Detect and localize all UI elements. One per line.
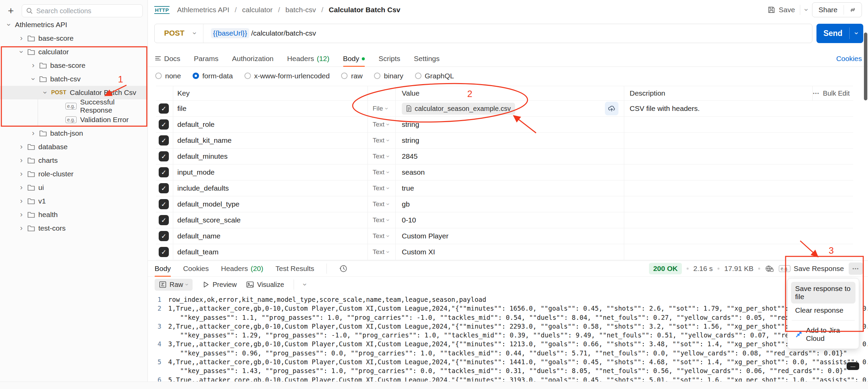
type-dropdown[interactable]: Text›: [368, 228, 395, 244]
minimize-widget[interactable]: —: [847, 362, 859, 370]
radio-x-www-form-urlencoded[interactable]: x-www-form-urlencoded: [244, 72, 330, 80]
row-checkbox[interactable]: ✓: [159, 215, 169, 225]
type-dropdown[interactable]: Text›: [368, 196, 395, 212]
sidebar-item-v1[interactable]: › v1: [0, 194, 147, 208]
breadcrumb-folder[interactable]: calculator: [242, 6, 273, 14]
radio-binary[interactable]: binary: [374, 72, 403, 80]
visualize-options-chevron-icon[interactable]: ›: [301, 283, 309, 286]
sidebar-item-calculator[interactable]: › calculator: [0, 45, 147, 59]
response-more-actions-button[interactable]: •••: [849, 262, 863, 275]
response-tab-headers[interactable]: Headers (20): [221, 261, 263, 276]
raw-view-button[interactable]: Raw ›: [155, 279, 193, 291]
upload-file-button[interactable]: [605, 102, 618, 115]
chevron-down-icon[interactable]: ›: [41, 90, 49, 95]
breadcrumb-subfolder[interactable]: batch-csv: [285, 6, 316, 14]
type-dropdown[interactable]: File›: [368, 101, 395, 116]
sidebar-item-base-score[interactable]: › base-score: [0, 32, 147, 45]
save-options-chevron-icon[interactable]: ›: [802, 8, 810, 11]
chevron-right-icon[interactable]: ›: [19, 170, 24, 178]
param-key[interactable]: default_kit_name: [173, 133, 368, 148]
network-info-icon[interactable]: [765, 264, 774, 273]
cookies-link[interactable]: Cookies: [836, 55, 862, 63]
tab-params[interactable]: Params: [194, 51, 218, 66]
row-checkbox[interactable]: ✓: [159, 199, 169, 209]
param-value[interactable]: true: [395, 180, 624, 196]
add-collection-button[interactable]: +: [5, 5, 17, 17]
row-checkbox[interactable]: ✓: [159, 151, 169, 161]
row-checkbox[interactable]: ✓: [159, 247, 169, 257]
param-value[interactable]: string: [395, 117, 624, 132]
chevron-right-icon[interactable]: ›: [19, 143, 24, 151]
row-checkbox[interactable]: ✓: [159, 135, 169, 145]
visualize-button[interactable]: Visualize: [246, 281, 284, 289]
sidebar-item-collection-root[interactable]: › Athlemetrics API: [0, 18, 147, 32]
bulk-edit-button[interactable]: ••• Bulk Edit: [812, 86, 853, 100]
sidebar-item-batch-json[interactable]: › batch-json: [0, 127, 147, 140]
method-selector[interactable]: POST ›: [155, 24, 203, 43]
param-description[interactable]: [624, 133, 812, 148]
param-key[interactable]: file: [173, 101, 368, 116]
url-input[interactable]: {{baseUrl}} /calculator/batch-csv: [203, 28, 316, 38]
base-url-variable[interactable]: {{baseUrl}}: [211, 28, 249, 38]
param-description[interactable]: [624, 196, 812, 212]
type-dropdown[interactable]: Text›: [368, 244, 395, 260]
chevron-right-icon[interactable]: ›: [19, 184, 24, 191]
radio-form-data[interactable]: form-data: [193, 72, 233, 80]
response-body-viewer[interactable]: 1row_index,ok,error,kit_name,model_type,…: [148, 292, 868, 383]
share-button[interactable]: Share: [812, 3, 844, 17]
param-value[interactable]: season: [395, 164, 624, 180]
tab-authorization[interactable]: Authorization: [232, 51, 274, 66]
save-response-button[interactable]: e.g. Save Response: [779, 265, 844, 273]
search-collections-input[interactable]: Search collections: [22, 4, 143, 17]
vertical-scrollbar[interactable]: [864, 33, 867, 100]
param-description[interactable]: [624, 244, 812, 260]
response-tab-test-results[interactable]: Test Results: [276, 261, 314, 276]
param-key[interactable]: default_name: [173, 228, 368, 244]
param-description[interactable]: [624, 164, 812, 180]
param-key[interactable]: include_defaults: [173, 180, 368, 196]
type-dropdown[interactable]: Text›: [368, 117, 395, 132]
param-value[interactable]: gb: [395, 196, 624, 212]
response-tab-cookies[interactable]: Cookies: [183, 261, 209, 276]
row-checkbox[interactable]: ✓: [159, 119, 169, 130]
save-button[interactable]: Save: [767, 6, 795, 14]
param-value[interactable]: 0-10: [395, 212, 624, 228]
sidebar-item-calculator-batch-csv-request[interactable]: › POST Calculator Batch Csv: [0, 86, 147, 99]
tab-headers[interactable]: Headers (12): [287, 51, 330, 66]
row-checkbox[interactable]: ✓: [159, 103, 169, 114]
bottom-scroll-strip[interactable]: [0, 382, 868, 389]
param-description[interactable]: CSV file with headers.: [624, 101, 812, 116]
type-dropdown[interactable]: Text›: [368, 149, 395, 164]
param-value[interactable]: calculator_season_example.csv: [395, 101, 624, 116]
sidebar-item-database[interactable]: › database: [0, 140, 147, 154]
chevron-down-icon[interactable]: ›: [29, 76, 37, 82]
param-description[interactable]: [624, 212, 812, 228]
sidebar-item-ui[interactable]: › ui: [0, 181, 147, 194]
radio-graphql[interactable]: GraphQL: [415, 72, 454, 80]
menu-item-save-response-to-file[interactable]: Save response to file: [791, 282, 855, 304]
preview-button[interactable]: Preview: [202, 281, 237, 289]
param-value[interactable]: Custom XI: [395, 244, 624, 260]
response-tab-body[interactable]: Body: [155, 261, 171, 276]
radio-none[interactable]: none: [155, 72, 181, 80]
type-dropdown[interactable]: Text›: [368, 212, 395, 228]
param-value[interactable]: Custom Player: [395, 228, 624, 244]
tab-body[interactable]: Body: [343, 51, 365, 66]
param-value[interactable]: string: [395, 133, 624, 148]
param-description[interactable]: [624, 149, 812, 164]
tab-docs[interactable]: Docs: [155, 51, 180, 66]
chevron-right-icon[interactable]: ›: [19, 225, 24, 232]
row-checkbox[interactable]: ✓: [159, 231, 169, 241]
radio-raw[interactable]: raw: [341, 72, 362, 80]
tab-scripts[interactable]: Scripts: [378, 51, 400, 66]
chevron-right-icon[interactable]: ›: [19, 35, 24, 42]
chevron-right-icon[interactable]: ›: [19, 197, 24, 205]
type-dropdown[interactable]: Text›: [368, 133, 395, 148]
sidebar-item-role-cluster[interactable]: › role-cluster: [0, 167, 147, 181]
sidebar-item-validation-error[interactable]: e.g. Validation Error: [0, 113, 147, 127]
chevron-down-icon[interactable]: ›: [18, 49, 25, 55]
param-description[interactable]: [624, 117, 812, 132]
sidebar-item-test-cors[interactable]: › test-cors: [0, 221, 147, 235]
param-key[interactable]: default_score_scale: [173, 212, 368, 228]
param-description[interactable]: [624, 228, 812, 244]
